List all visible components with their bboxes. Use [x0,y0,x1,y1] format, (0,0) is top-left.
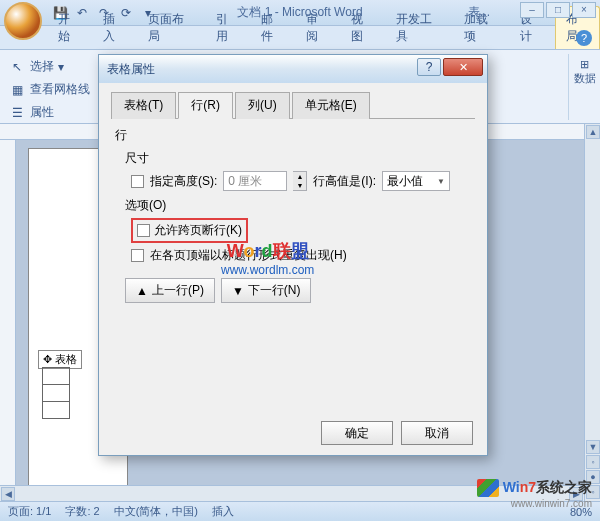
row-nav-buttons: ▲上一行(P) ▼下一行(N) [125,278,475,303]
view-gridlines-button[interactable]: ▦查看网格线 [10,79,92,100]
arrow-down-icon: ▼ [232,284,244,298]
allow-break-label: 允许跨页断行(K) [154,222,242,239]
office-button[interactable] [4,2,42,40]
ok-button[interactable]: 确定 [321,421,393,445]
size-section-label: 尺寸 [125,150,475,167]
tab-row[interactable]: 行(R) [178,92,233,119]
row-height-is-label: 行高值是(I): [313,173,376,190]
scroll-up-icon[interactable]: ▲ [586,125,600,139]
spinner-down-icon[interactable]: ▼ [293,181,306,190]
options-section-label: 选项(O) [125,197,475,214]
scroll-left-icon[interactable]: ◀ [1,487,15,501]
window-controls: – □ × [520,2,596,18]
corner-url: www.winwin7.com [511,498,592,509]
prev-row-button[interactable]: ▲上一行(P) [125,278,215,303]
specify-height-checkbox[interactable] [131,175,144,188]
insert-mode[interactable]: 插入 [212,504,234,519]
tab-home[interactable]: 开始 [48,7,91,49]
row-section-label: 行 [115,127,475,144]
language[interactable]: 中文(简体，中国) [114,504,198,519]
gridlines-label: 查看网格线 [30,81,90,98]
next-row-button[interactable]: ▼下一行(N) [221,278,312,303]
close-button[interactable]: × [572,2,596,18]
repeat-header-checkbox[interactable] [131,249,144,262]
help-icon[interactable]: ? [576,30,592,46]
corner-brand: Win7系统之家 [503,479,592,497]
select-button[interactable]: ↖选择▾ [10,56,92,77]
properties-label: 属性 [30,104,54,121]
vertical-scrollbar[interactable]: ▲ ▼ ◦ ● ◦ [584,124,600,501]
height-spinner[interactable]: ▲▼ [293,171,307,191]
maximize-button[interactable]: □ [546,2,570,18]
dialog-body: 表格(T) 行(R) 列(U) 单元格(E) 行 尺寸 指定高度(S): 0 厘… [99,83,487,311]
dialog-tabs: 表格(T) 行(R) 列(U) 单元格(E) [111,91,475,119]
height-input[interactable]: 0 厘米 [223,171,287,191]
dialog-titlebar[interactable]: 表格属性 ? ✕ [99,55,487,83]
properties-button[interactable]: ☰属性 [10,102,92,123]
allow-break-checkbox[interactable] [137,224,150,237]
page-number[interactable]: 页面: 1/1 [8,504,51,519]
tab-developer[interactable]: 开发工具 [386,7,452,49]
tab-table[interactable]: 表格(T) [111,92,176,119]
chevron-down-icon: ▼ [437,177,445,186]
minimize-button[interactable]: – [520,2,544,18]
chevron-down-icon: ▾ [58,60,64,74]
row-height-mode-dropdown[interactable]: 最小值▼ [382,171,450,191]
tab-insert[interactable]: 插入 [93,7,136,49]
word-count[interactable]: 字数: 2 [65,504,99,519]
tab-column[interactable]: 列(U) [235,92,290,119]
ribbon-tabs: 开始 插入 页面布局 引用 邮件 审阅 视图 开发工具 加载项 设计 布局 [0,26,600,50]
data-icon: ⊞ [580,58,589,71]
dialog-help-button[interactable]: ? [417,58,441,76]
spinner-up-icon[interactable]: ▲ [293,172,306,181]
cancel-button[interactable]: 取消 [401,421,473,445]
scroll-down-icon[interactable]: ▼ [586,440,600,454]
watermark-url: www.wordlm.com [221,263,314,277]
prev-page-icon[interactable]: ◦ [586,455,600,469]
pointer-icon: ↖ [12,60,26,74]
tab-page-layout[interactable]: 页面布局 [138,7,204,49]
ribbon-group-data[interactable]: ⊞ 数据 [568,54,600,120]
tab-cell[interactable]: 单元格(E) [292,92,370,119]
table-properties-dialog: 表格属性 ? ✕ 表格(T) 行(R) 列(U) 单元格(E) 行 尺寸 指定高… [98,54,488,456]
specify-height-row: 指定高度(S): 0 厘米 ▲▼ 行高值是(I): 最小值▼ [131,171,475,191]
properties-icon: ☰ [12,106,26,120]
dialog-title: 表格属性 [107,61,155,78]
grid-icon: ▦ [12,83,26,97]
window-title: 文档 1 - Microsoft Word [237,4,362,21]
dialog-footer: 确定 取消 [321,421,473,445]
specify-height-label: 指定高度(S): [150,173,217,190]
arrow-up-icon: ▲ [136,284,148,298]
dialog-close-button[interactable]: ✕ [443,58,483,76]
select-label: 选择 [30,58,54,75]
ribbon-group-table: ↖选择▾ ▦查看网格线 ☰属性 [4,54,98,119]
watermark: Word联盟 www.wordlm.com [221,239,314,277]
data-label: 数据 [574,71,596,86]
table[interactable] [42,368,70,419]
context-tab-label: 表... [468,4,490,21]
vertical-ruler[interactable] [0,140,16,501]
windows-flag-icon [477,479,499,497]
corner-watermark: Win7系统之家 www.winwin7.com [477,479,592,497]
